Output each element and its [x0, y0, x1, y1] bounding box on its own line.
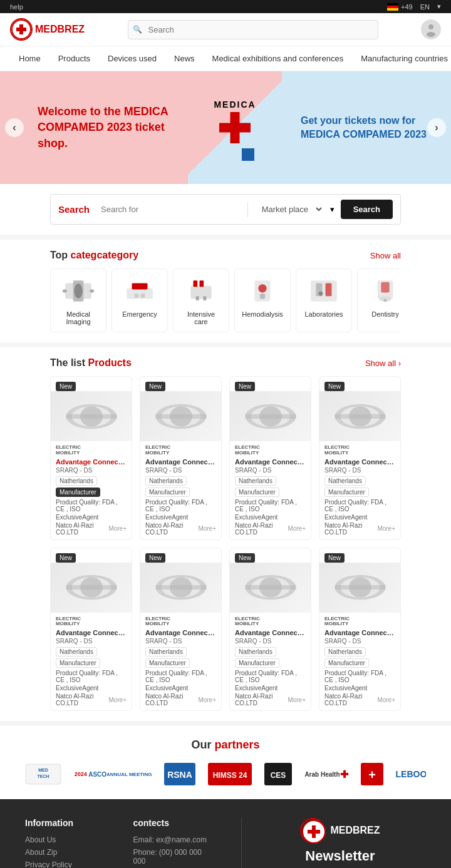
nav-manufacturing[interactable]: Manufacturing countries [352, 46, 451, 71]
categories-show-all[interactable]: Show all [370, 251, 401, 260]
footer-link-about-us[interactable]: About Us [25, 835, 108, 844]
product-card-4[interactable]: New ELECTRICMOBILITY Advantage Connect 6… [319, 376, 401, 540]
product-tags-5: Natherlands Manufacturer [56, 647, 127, 668]
product-brand-6: ELECTRICMOBILITY [145, 616, 216, 628]
product-more-1[interactable]: More+ [108, 525, 127, 532]
dentistry-icon [366, 275, 401, 307]
product-more-8[interactable]: More+ [377, 697, 395, 703]
footer-newsletter: MEDBREZ Newsletter Revolutionary device … [241, 818, 426, 868]
tag-type-6: Manufacturer [145, 658, 190, 668]
product-card-1[interactable]: New ELECTRICMOBILITY Advantage Connect 6… [50, 376, 132, 540]
logo[interactable]: MEDBREZ [10, 18, 85, 41]
newsletter-logo: MEDBREZ [300, 818, 380, 843]
product-card-2[interactable]: New ELECTRICMOBILITY Advantage Connect 6… [140, 376, 222, 540]
product-id-4: SRARQ - DS [324, 467, 395, 474]
product-name-2: Advantage Connect 6024N Aut... [145, 458, 216, 466]
product-id-5: SRARQ - DS [56, 638, 127, 645]
category-laboratories[interactable]: Laboratories [296, 268, 352, 332]
partner-ces: CES [264, 762, 292, 787]
product-more-5[interactable]: More+ [108, 697, 127, 703]
nav-products[interactable]: Products [49, 46, 99, 71]
footer-link-about-zip[interactable]: About Zip [25, 848, 108, 857]
header-search-bar [128, 20, 378, 39]
products-show-all[interactable]: Show all › [365, 359, 401, 368]
search-input[interactable] [101, 205, 241, 214]
product-card-7[interactable]: New ELECTRICMOBILITY Advantage Connect 6… [229, 548, 311, 712]
product-agent-7: ExclusiveAgent [235, 685, 306, 692]
product-more-7[interactable]: More+ [288, 697, 306, 703]
product-card-3[interactable]: New ELECTRICMOBILITY Advantage Connect 6… [229, 376, 311, 540]
hero-banner: ‹ Welcome to the MEDICA COMPAMED 2023 ti… [0, 71, 451, 184]
product-info-5: ELECTRICMOBILITY Advantage Connect 6024N… [51, 613, 132, 711]
product-id-8: SRARQ - DS [324, 638, 395, 645]
product-agent-3: ExclusiveAgent [235, 514, 306, 521]
logo-brez-text: BREZ [58, 24, 85, 35]
marketplace-select[interactable]: Market place [254, 204, 324, 215]
product-brand-2: ELECTRICMOBILITY [145, 445, 216, 456]
product-more-6[interactable]: More+ [198, 697, 216, 703]
product-quality-1: Product Quality: FDA , CE , ISO [56, 499, 127, 513]
nav-home[interactable]: Home [10, 46, 49, 71]
tag-country-5: Natherlands [56, 647, 97, 656]
product-image-3 [230, 391, 311, 441]
product-tags-3: Natherlands Manufacturer [235, 476, 306, 497]
category-medical-imaging-label: Medical Imaging [57, 310, 100, 325]
product-more-3[interactable]: More+ [288, 525, 306, 532]
category-intensive-care-label: Intensive care [180, 310, 222, 325]
distributor-name-8: Natco Al-Razi CO.LTD [324, 693, 377, 707]
laboratories-icon [305, 275, 343, 307]
svg-rect-57 [245, 585, 296, 590]
nav-medical-exhibitions[interactable]: Medical exhibitions and conferences [204, 46, 353, 71]
partner-rsna: RSNA [164, 762, 195, 787]
banner-next-button[interactable]: › [427, 118, 446, 137]
language-selector[interactable]: EN [420, 3, 430, 11]
category-emergency[interactable]: Emergency [111, 268, 168, 332]
svg-rect-10 [127, 288, 153, 299]
product-agent-8: ExclusiveAgent [324, 685, 395, 692]
product-agent-5: ExclusiveAgent [56, 685, 127, 692]
products-title-highlight: Products [88, 357, 131, 368]
product-more-4[interactable]: More+ [377, 525, 395, 532]
category-intensive-care[interactable]: Intensive care [173, 268, 229, 332]
svg-rect-2 [19, 24, 23, 34]
product-name-1: Advantage Connect 6024N Aut... [56, 458, 127, 466]
category-dentistry[interactable]: Dentistry [357, 268, 401, 332]
product-quality-7: Product Quality: FDA , CE , ISO [235, 670, 306, 683]
footer-contacts: contects Email: ex@name.com Phone: (00) … [133, 818, 215, 868]
category-hemodialysis[interactable]: Hemodialysis [234, 268, 291, 332]
category-hemodialysis-label: Hemodialysis [242, 310, 283, 318]
nav-news[interactable]: News [165, 46, 204, 71]
search-button[interactable]: Search [341, 200, 393, 219]
tag-country-1: Natherlands [56, 476, 97, 486]
product-id-1: SRARQ - DS [56, 467, 127, 474]
newsletter-logo-med: MED [330, 825, 353, 835]
svg-rect-14 [190, 286, 211, 299]
nav-devices-used[interactable]: Devices used [99, 46, 165, 71]
product-name-5: Advantage Connect 6024N Aut... [56, 629, 127, 636]
product-distributor-7: Natco Al-Razi CO.LTD More+ [235, 693, 306, 707]
distributor-name-4: Natco Al-Razi CO.LTD [324, 522, 377, 536]
product-id-2: SRARQ - DS [145, 467, 216, 474]
categories-title: Top categcategory [50, 250, 138, 261]
product-badge-6: New [145, 553, 165, 563]
footer-phone: Phone: (00) 000 000 000 [133, 848, 215, 865]
products-grid: New ELECTRICMOBILITY Advantage Connect 6… [50, 376, 401, 711]
newsletter-title: Newsletter [305, 848, 375, 864]
product-brand-3: ELECTRICMOBILITY [235, 445, 306, 456]
footer-link-privacy[interactable]: Privacy Policy [25, 860, 108, 868]
product-distributor-5: Natco Al-Razi CO.LTD More+ [56, 693, 127, 707]
chevron-down-icon: ▾ [437, 3, 441, 11]
help-link[interactable]: help [10, 3, 23, 11]
product-distributor-2: Natco Al-Razi CO.LTD More+ [145, 522, 216, 536]
product-more-2[interactable]: More+ [198, 525, 216, 532]
product-card-8[interactable]: New ELECTRICMOBILITY Advantage Connect 6… [319, 548, 401, 712]
category-medical-imaging[interactable]: Medical Imaging [50, 268, 106, 332]
svg-point-25 [319, 292, 323, 296]
user-avatar[interactable] [421, 19, 441, 39]
product-badge-1: New [56, 382, 76, 391]
header-search-input[interactable] [128, 20, 378, 39]
product-card-5[interactable]: New ELECTRICMOBILITY Advantage Connect 6… [50, 548, 132, 712]
banner-prev-button[interactable]: ‹ [5, 118, 24, 137]
product-brand-8: ELECTRICMOBILITY [324, 616, 395, 628]
product-card-6[interactable]: New ELECTRICMOBILITY Advantage Connect 6… [140, 548, 222, 712]
